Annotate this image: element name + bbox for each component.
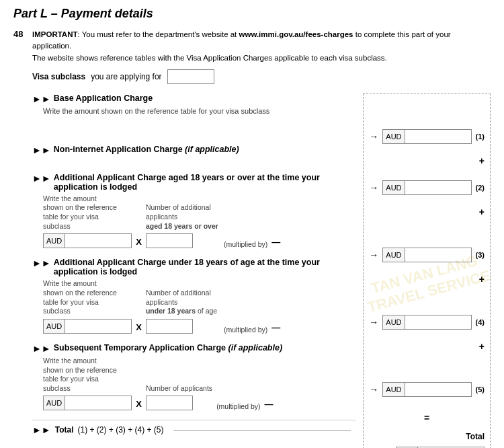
subsequent-temp-title: Subsequent Temporary Application Charge … xyxy=(54,343,282,352)
additional-18-calc-cols: Write the amount shown on the reference … xyxy=(43,194,356,249)
total-arrow-icon: ►► xyxy=(32,424,51,435)
subsequent-temp-col1: Write the amount shown on the reference … xyxy=(43,357,132,411)
additional-under-18-arrow-icon: ►► xyxy=(32,258,51,268)
visa-subclass-input[interactable] xyxy=(167,69,214,84)
page-title: Part L – Payment details xyxy=(13,7,491,21)
right-aud-3: AUD xyxy=(382,248,471,262)
additional-18-arrow-icon: ►► xyxy=(32,173,51,184)
additional-under-18-count-input[interactable] xyxy=(146,319,193,334)
right-row-4: → AUD (4) xyxy=(369,312,485,332)
additional-under-18-x-mult: X xyxy=(136,322,142,334)
right-aud-input-1[interactable] xyxy=(405,129,472,144)
additional-18-col1-label: Write the amount shown on the reference … xyxy=(43,194,117,231)
additional-18-col1: Write the amount shown on the reference … xyxy=(43,194,132,249)
total-right-label: Total xyxy=(369,432,485,441)
additional-under-18-aud-label: AUD xyxy=(43,319,65,334)
right-aud-1: AUD xyxy=(382,129,471,144)
right-aud-input-3[interactable] xyxy=(405,248,472,262)
right-aud-input-4[interactable] xyxy=(405,315,472,330)
subsequent-temp-eq-sign: — xyxy=(264,399,273,410)
right-column: TAN VAN LANG TRAVEL SERVICE → AUD (1) + xyxy=(363,94,491,448)
right-aud-label-1: AUD xyxy=(382,129,404,144)
right-row-2: → AUD (2) xyxy=(369,178,485,198)
subsequent-temp-section: ►► Subsequent Temporary Application Char… xyxy=(32,343,356,411)
base-charge-title: Base Application Charge xyxy=(54,94,153,103)
right-row-total: → AUD xyxy=(369,444,485,448)
additional-18-count-input[interactable] xyxy=(146,233,193,248)
important-text: IMPORTANT: You must refer to the departm… xyxy=(32,29,491,64)
plus-symbol-3: + xyxy=(479,274,485,285)
plus-symbol-1: + xyxy=(479,155,485,166)
additional-under-18-amount-input[interactable] xyxy=(65,319,132,334)
subsequent-temp-arrow-icon: ►► xyxy=(32,343,51,354)
right-arrow-1: → xyxy=(369,131,378,142)
subsequent-temp-x-mult: X xyxy=(136,399,142,410)
right-arrow-4: → xyxy=(369,317,378,328)
right-row-number-5: (5) xyxy=(476,385,485,394)
additional-18-aud-label: AUD xyxy=(43,233,65,248)
additional-18-x-mult: X xyxy=(136,237,142,248)
right-aud-label-4: AUD xyxy=(382,315,404,330)
subsequent-temp-aud-input: AUD xyxy=(43,396,132,410)
right-row-number-4: (4) xyxy=(476,318,485,326)
right-arrow-2: → xyxy=(369,182,378,193)
right-aud-2: AUD xyxy=(382,180,471,195)
subsequent-temp-col2: Number of applicants xyxy=(146,384,212,411)
right-row-5: → AUD (5) xyxy=(369,379,485,400)
subsequent-temp-calc-cols: Write the amount shown on the reference … xyxy=(43,357,356,411)
subsequent-temp-col1-label: Write the amount shown on the reference … xyxy=(43,357,117,394)
subsequent-temp-header: ►► Subsequent Temporary Application Char… xyxy=(32,343,356,354)
additional-18-col2: Number of additional applicants aged 18 … xyxy=(146,203,220,248)
plus-row-1: + xyxy=(369,151,485,171)
main-layout: ►► Base Application Charge Write the amo… xyxy=(32,94,491,448)
subsequent-temp-count-input[interactable] xyxy=(146,396,193,410)
additional-under-18-section: ►► Additional Applicant Charge under 18 … xyxy=(32,258,356,334)
additional-18-over-section: ►► Additional Applicant Charge aged 18 y… xyxy=(32,173,356,249)
non-internet-charge-title: Non-internet Application Charge (if appl… xyxy=(54,145,239,154)
left-content: ►► Base Application Charge Write the amo… xyxy=(32,94,363,448)
plus-symbol-4: + xyxy=(479,341,485,352)
additional-18-col2-label: Number of additional applicants aged 18 … xyxy=(146,203,220,231)
total-header-row: ►► Total (1) + (2) + (3) + (4) + (5) xyxy=(32,424,356,435)
additional-18-aud-input: AUD xyxy=(43,233,132,248)
additional-18-amount-input[interactable] xyxy=(65,233,132,248)
right-row-number-2: (2) xyxy=(476,184,485,192)
additional-under-18-col2: Number of additional applicants under 18… xyxy=(146,289,220,334)
base-charge-section: ►► Base Application Charge Write the amo… xyxy=(32,94,356,138)
additional-under-18-calc-cols: Write the amount shown on the reference … xyxy=(43,279,356,334)
additional-18-eq-sign: — xyxy=(271,237,280,248)
subsequent-temp-amount-input[interactable] xyxy=(65,396,132,410)
right-aud-4: AUD xyxy=(382,315,471,330)
right-row-number-1: (1) xyxy=(476,133,485,141)
additional-under-18-col1: Write the amount shown on the reference … xyxy=(43,279,132,334)
base-charge-header: ►► Base Application Charge xyxy=(32,94,356,104)
right-aud-input-5[interactable] xyxy=(405,382,472,397)
subsequent-temp-col2-label: Number of applicants xyxy=(146,384,212,394)
total-label: Total xyxy=(55,425,74,435)
base-charge-desc: Write the amount shown on the reference … xyxy=(43,107,356,115)
additional-under-18-aud-input: AUD xyxy=(43,319,132,334)
non-internet-charge-header: ►► Non-internet Application Charge (if a… xyxy=(32,145,356,155)
additional-under-18-eq-sign: — xyxy=(271,322,280,334)
right-aud-label-5: AUD xyxy=(382,382,404,397)
total-section: ►► Total (1) + (2) + (3) + (4) + (5) xyxy=(32,420,356,435)
section-content: IMPORTANT: You must refer to the departm… xyxy=(32,29,491,448)
right-aud-input-2[interactable] xyxy=(405,180,472,195)
total-line xyxy=(173,430,351,431)
additional-18-multiplied-label: (multiplied by) xyxy=(224,240,267,248)
additional-under-18-header: ►► Additional Applicant Charge under 18 … xyxy=(32,258,356,276)
subsequent-temp-aud-label: AUD xyxy=(43,396,65,410)
visa-subclass-row: Visa subclass you are applying for xyxy=(32,69,491,84)
plus-row-4: + xyxy=(369,336,485,357)
right-aud-label-3: AUD xyxy=(382,248,404,262)
additional-18-over-title: Additional Applicant Charge aged 18 year… xyxy=(54,173,356,192)
equals-symbol: = xyxy=(424,412,429,423)
right-row-number-3: (3) xyxy=(476,251,485,259)
non-internet-arrow-icon: ►► xyxy=(32,145,51,155)
additional-under-18-title: Additional Applicant Charge under 18 yea… xyxy=(54,258,356,276)
right-row-1: → AUD (1) xyxy=(369,126,485,147)
right-arrow-3: → xyxy=(369,250,378,260)
equals-row: = xyxy=(369,408,485,428)
section-number: 48 xyxy=(13,29,27,448)
additional-under-18-col1-label: Write the amount shown on the reference … xyxy=(43,279,117,316)
